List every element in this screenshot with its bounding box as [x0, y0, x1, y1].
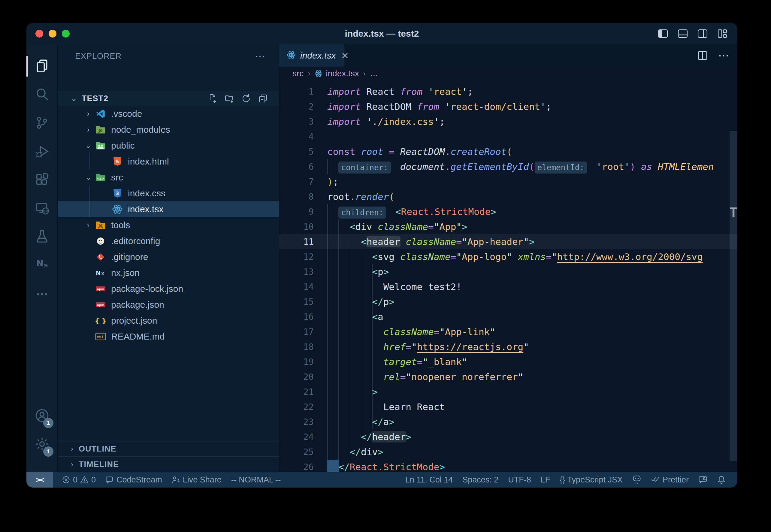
code-line-25[interactable]: 25 </div> [279, 444, 737, 459]
code-line-21[interactable]: 21 > [279, 384, 737, 399]
status-item-live-share[interactable]: Live Share [167, 472, 226, 488]
code-line-26[interactable]: 26 </React.StrictMode> [279, 459, 737, 472]
status-item-prettier[interactable]: Prettier [646, 472, 694, 488]
code-line-3[interactable]: 3import './index.css'; [279, 114, 737, 129]
breadcrumb-item-src[interactable]: src [292, 69, 304, 78]
activity-item-source-control[interactable] [26, 109, 58, 138]
code-line-12[interactable]: 12 <svg className="App-logo" xmlns="http… [279, 249, 737, 264]
breadcrumb-item-index.tsx[interactable]: index.tsx [314, 69, 359, 78]
code-line-4[interactable]: 4 [279, 129, 737, 144]
code-line-19[interactable]: 19 target="_blank" [279, 354, 737, 369]
file-tree-item-package-lock.json[interactable]: npmpackage-lock.json [58, 281, 279, 297]
close-tab-icon[interactable]: ✕ [341, 50, 349, 61]
code-line-5[interactable]: 5const root = ReactDOM.createRoot( [279, 144, 737, 159]
code-line-11[interactable]: 11 <header className="App-header"> [279, 234, 737, 249]
split-editor-icon[interactable] [697, 50, 708, 61]
code-line-17[interactable]: 17 className="App-link" [279, 324, 737, 339]
project-root-row[interactable]: ⌄ TEST2 [58, 91, 279, 106]
line-number: 19 [279, 354, 314, 369]
toggle-sidebar-icon[interactable] [657, 29, 669, 39]
customize-layout-icon[interactable] [716, 29, 728, 39]
timeline-panel-header[interactable]: › TIMELINE [58, 456, 279, 472]
code-line-20[interactable]: 20 rel="noopener noreferrer" [279, 369, 737, 384]
status-item-language-mode[interactable]: {} TypeScript JSX [555, 472, 627, 488]
inlay-hint: elementId: [535, 162, 587, 174]
status-item-indentation[interactable]: Spaces: 2 [458, 472, 503, 488]
activity-item-extensions[interactable] [26, 166, 58, 195]
remote-explorer-icon: >< [35, 201, 49, 216]
status-item-eol[interactable]: LF [536, 472, 555, 488]
explorer-more-actions-icon[interactable]: ⋯ [255, 50, 266, 62]
status-item-problems[interactable]: 00 [57, 472, 101, 488]
activity-item-settings[interactable]: 1 [26, 430, 58, 459]
activity-item-explorer[interactable] [26, 52, 58, 81]
toggle-secondary-sidebar-icon[interactable] [697, 29, 709, 39]
outline-panel-header[interactable]: › OUTLINE [58, 441, 279, 456]
remote-indicator[interactable]: >< [26, 472, 53, 488]
code-line-18[interactable]: 18 href="https://reactjs.org" [279, 339, 737, 354]
toggle-panel-icon[interactable] [677, 29, 689, 39]
activity-item-search[interactable] [26, 80, 58, 109]
activity-item-testing[interactable] [26, 222, 58, 251]
new-file-icon[interactable] [207, 93, 218, 104]
file-tree-item-.editorconfig[interactable]: .editorconfig [58, 233, 279, 249]
status-item-vim-mode[interactable]: -- NORMAL -- [226, 472, 286, 488]
breadcrumb-item-…[interactable]: … [370, 69, 378, 78]
html-icon: 5 [112, 156, 123, 167]
tab-index-tsx[interactable]: index.tsx ✕ [279, 44, 344, 67]
code-line-1[interactable]: 1import React from 'react'; [279, 84, 737, 99]
code-editor[interactable]: 1import React from 'react';2import React… [279, 80, 737, 472]
code-line-8[interactable]: 8root.render( [279, 189, 737, 204]
react-icon [286, 50, 296, 61]
ellipsis-icon [35, 287, 49, 302]
file-tree-item-project.json[interactable]: { }project.json [58, 313, 279, 328]
status-item-notifications[interactable] [712, 472, 731, 488]
file-tree-item-package.json[interactable]: npmpackage.json [58, 297, 279, 313]
activity-item-nx-console[interactable]: N≥ [26, 250, 58, 279]
code-line-2[interactable]: 2import ReactDOM from 'react-dom/client'… [279, 99, 737, 114]
status-item-feedback[interactable] [694, 472, 712, 488]
activity-item-run-debug[interactable] [26, 138, 58, 166]
activity-item-more-views[interactable] [26, 280, 58, 309]
file-tree-item-tools[interactable]: ›tools [58, 217, 279, 233]
code-line-13[interactable]: 13 <p> [279, 264, 737, 279]
status-item-encoding[interactable]: UTF-8 [503, 472, 536, 488]
file-tree-item-.gitignore[interactable]: .gitignore [58, 249, 279, 265]
file-tree-item-index.css[interactable]: 3index.css [58, 185, 279, 201]
svg-text:3: 3 [116, 191, 119, 196]
line-number: 12 [279, 249, 314, 264]
activity-item-accounts[interactable]: 1 [26, 402, 58, 431]
code-line-14[interactable]: 14 Welcome test2! [279, 279, 737, 294]
more-actions-icon[interactable]: ⋯ [718, 49, 730, 62]
code-line-23[interactable]: 23 </a> [279, 414, 737, 429]
file-tree-item-README.md[interactable]: M↓README.md [58, 328, 279, 344]
code-line-10[interactable]: 10 <div className="App"> [279, 219, 737, 234]
chevron-icon: ⌄ [83, 173, 94, 182]
code-line-16[interactable]: 16 <a [279, 309, 737, 324]
status-item-codestream[interactable]: CodeStream [101, 472, 167, 488]
file-tree-item-index.html[interactable]: 5index.html [58, 153, 279, 169]
line-number: 23 [279, 414, 314, 429]
line-number: 2 [279, 99, 314, 114]
activity-item-remote-explorer[interactable]: >< [26, 195, 58, 223]
file-tree-item-src[interactable]: ⌄</>src [58, 169, 279, 185]
status-item-github[interactable] [627, 472, 646, 488]
code-line-24[interactable]: 24 </header> [279, 429, 737, 444]
code-line-7[interactable]: 7); [279, 174, 737, 189]
status-item-cursor-position[interactable]: Ln 11, Col 14 [401, 472, 458, 488]
collapse-all-icon[interactable] [258, 93, 268, 104]
file-tree-item-nx.json[interactable]: Nxnx.json [58, 265, 279, 281]
file-tree-item-.vscode[interactable]: ›.vscode [58, 106, 279, 122]
file-tree-item-index.tsx[interactable]: index.tsx [58, 201, 279, 217]
code-line-15[interactable]: 15 </p> [279, 294, 737, 309]
code-line-22[interactable]: 22 Learn React [279, 399, 737, 414]
code-line-6[interactable]: 6 container: document.getElementById(ele… [279, 159, 737, 174]
line-number: 4 [279, 129, 314, 144]
file-tree-item-node_modules[interactable]: ›JSnode_modules [58, 122, 279, 138]
editor-scrollbar[interactable] [730, 131, 737, 461]
refresh-icon[interactable] [241, 93, 251, 104]
file-tree-item-public[interactable]: ⌄public [58, 138, 279, 153]
new-folder-icon[interactable] [224, 93, 234, 104]
file-name: .vscode [111, 109, 142, 119]
code-line-9[interactable]: 9 children: <React.StrictMode> [279, 204, 737, 219]
